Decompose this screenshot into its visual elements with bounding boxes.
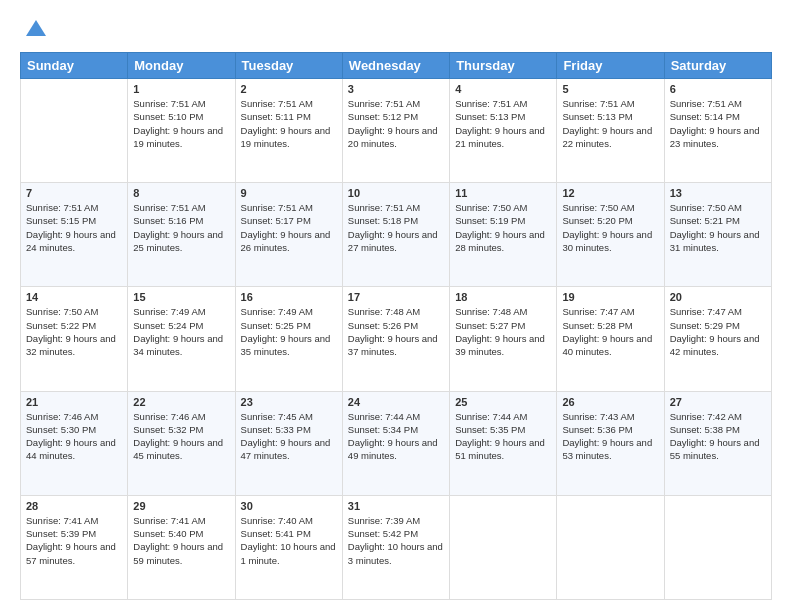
calendar-cell: 24Sunrise: 7:44 AMSunset: 5:34 PMDayligh… <box>342 391 449 495</box>
svg-marker-0 <box>26 20 46 36</box>
daylight-text: Daylight: 9 hours and 39 minutes. <box>455 333 545 357</box>
sunrise-text: Sunrise: 7:42 AM <box>670 411 742 422</box>
weekday-header-cell: Thursday <box>450 53 557 79</box>
day-number: 21 <box>26 396 122 408</box>
calendar-week-row: 14Sunrise: 7:50 AMSunset: 5:22 PMDayligh… <box>21 287 772 391</box>
daylight-text: Daylight: 9 hours and 31 minutes. <box>670 229 760 253</box>
cell-content: Sunrise: 7:43 AMSunset: 5:36 PMDaylight:… <box>562 410 658 463</box>
daylight-text: Daylight: 9 hours and 53 minutes. <box>562 437 652 461</box>
day-number: 23 <box>241 396 337 408</box>
daylight-text: Daylight: 9 hours and 21 minutes. <box>455 125 545 149</box>
day-number: 24 <box>348 396 444 408</box>
sunrise-text: Sunrise: 7:44 AM <box>455 411 527 422</box>
calendar-cell: 13Sunrise: 7:50 AMSunset: 5:21 PMDayligh… <box>664 183 771 287</box>
day-number: 25 <box>455 396 551 408</box>
cell-content: Sunrise: 7:47 AMSunset: 5:28 PMDaylight:… <box>562 305 658 358</box>
day-number: 11 <box>455 187 551 199</box>
calendar-cell: 26Sunrise: 7:43 AMSunset: 5:36 PMDayligh… <box>557 391 664 495</box>
daylight-text: Daylight: 9 hours and 37 minutes. <box>348 333 438 357</box>
calendar-body: 1Sunrise: 7:51 AMSunset: 5:10 PMDaylight… <box>21 79 772 600</box>
cell-content: Sunrise: 7:51 AMSunset: 5:13 PMDaylight:… <box>455 97 551 150</box>
weekday-header-cell: Monday <box>128 53 235 79</box>
day-number: 12 <box>562 187 658 199</box>
sunrise-text: Sunrise: 7:48 AM <box>348 306 420 317</box>
day-number: 5 <box>562 83 658 95</box>
daylight-text: Daylight: 10 hours and 1 minute. <box>241 541 336 565</box>
cell-content: Sunrise: 7:51 AMSunset: 5:11 PMDaylight:… <box>241 97 337 150</box>
day-number: 8 <box>133 187 229 199</box>
sunrise-text: Sunrise: 7:48 AM <box>455 306 527 317</box>
cell-content: Sunrise: 7:44 AMSunset: 5:35 PMDaylight:… <box>455 410 551 463</box>
daylight-text: Daylight: 9 hours and 28 minutes. <box>455 229 545 253</box>
sunrise-text: Sunrise: 7:51 AM <box>241 202 313 213</box>
cell-content: Sunrise: 7:49 AMSunset: 5:24 PMDaylight:… <box>133 305 229 358</box>
cell-content: Sunrise: 7:39 AMSunset: 5:42 PMDaylight:… <box>348 514 444 567</box>
sunrise-text: Sunrise: 7:47 AM <box>670 306 742 317</box>
calendar-cell <box>664 495 771 599</box>
calendar-cell: 23Sunrise: 7:45 AMSunset: 5:33 PMDayligh… <box>235 391 342 495</box>
sunset-text: Sunset: 5:33 PM <box>241 424 311 435</box>
daylight-text: Daylight: 9 hours and 23 minutes. <box>670 125 760 149</box>
day-number: 9 <box>241 187 337 199</box>
sunset-text: Sunset: 5:13 PM <box>455 111 525 122</box>
day-number: 19 <box>562 291 658 303</box>
weekday-header-cell: Tuesday <box>235 53 342 79</box>
calendar-table: SundayMondayTuesdayWednesdayThursdayFrid… <box>20 52 772 600</box>
sunrise-text: Sunrise: 7:44 AM <box>348 411 420 422</box>
daylight-text: Daylight: 9 hours and 49 minutes. <box>348 437 438 461</box>
sunset-text: Sunset: 5:28 PM <box>562 320 632 331</box>
sunrise-text: Sunrise: 7:47 AM <box>562 306 634 317</box>
calendar-cell: 11Sunrise: 7:50 AMSunset: 5:19 PMDayligh… <box>450 183 557 287</box>
calendar-cell: 18Sunrise: 7:48 AMSunset: 5:27 PMDayligh… <box>450 287 557 391</box>
day-number: 7 <box>26 187 122 199</box>
sunset-text: Sunset: 5:24 PM <box>133 320 203 331</box>
sunset-text: Sunset: 5:21 PM <box>670 215 740 226</box>
daylight-text: Daylight: 9 hours and 44 minutes. <box>26 437 116 461</box>
daylight-text: Daylight: 9 hours and 24 minutes. <box>26 229 116 253</box>
sunrise-text: Sunrise: 7:51 AM <box>455 98 527 109</box>
weekday-header: SundayMondayTuesdayWednesdayThursdayFrid… <box>21 53 772 79</box>
day-number: 31 <box>348 500 444 512</box>
day-number: 3 <box>348 83 444 95</box>
cell-content: Sunrise: 7:50 AMSunset: 5:20 PMDaylight:… <box>562 201 658 254</box>
sunset-text: Sunset: 5:34 PM <box>348 424 418 435</box>
cell-content: Sunrise: 7:51 AMSunset: 5:10 PMDaylight:… <box>133 97 229 150</box>
cell-content: Sunrise: 7:51 AMSunset: 5:17 PMDaylight:… <box>241 201 337 254</box>
sunrise-text: Sunrise: 7:51 AM <box>348 98 420 109</box>
sunset-text: Sunset: 5:42 PM <box>348 528 418 539</box>
daylight-text: Daylight: 9 hours and 27 minutes. <box>348 229 438 253</box>
calendar-cell: 27Sunrise: 7:42 AMSunset: 5:38 PMDayligh… <box>664 391 771 495</box>
sunrise-text: Sunrise: 7:51 AM <box>241 98 313 109</box>
day-number: 4 <box>455 83 551 95</box>
logo-icon <box>22 16 50 44</box>
daylight-text: Daylight: 9 hours and 19 minutes. <box>133 125 223 149</box>
calendar-cell: 28Sunrise: 7:41 AMSunset: 5:39 PMDayligh… <box>21 495 128 599</box>
day-number: 13 <box>670 187 766 199</box>
sunrise-text: Sunrise: 7:50 AM <box>670 202 742 213</box>
calendar-cell <box>557 495 664 599</box>
sunset-text: Sunset: 5:19 PM <box>455 215 525 226</box>
sunrise-text: Sunrise: 7:51 AM <box>133 98 205 109</box>
cell-content: Sunrise: 7:41 AMSunset: 5:40 PMDaylight:… <box>133 514 229 567</box>
day-number: 1 <box>133 83 229 95</box>
sunrise-text: Sunrise: 7:39 AM <box>348 515 420 526</box>
daylight-text: Daylight: 9 hours and 59 minutes. <box>133 541 223 565</box>
sunrise-text: Sunrise: 7:43 AM <box>562 411 634 422</box>
sunset-text: Sunset: 5:25 PM <box>241 320 311 331</box>
calendar-cell: 10Sunrise: 7:51 AMSunset: 5:18 PMDayligh… <box>342 183 449 287</box>
calendar-cell: 5Sunrise: 7:51 AMSunset: 5:13 PMDaylight… <box>557 79 664 183</box>
calendar-cell <box>450 495 557 599</box>
cell-content: Sunrise: 7:50 AMSunset: 5:19 PMDaylight:… <box>455 201 551 254</box>
weekday-header-cell: Friday <box>557 53 664 79</box>
day-number: 27 <box>670 396 766 408</box>
cell-content: Sunrise: 7:41 AMSunset: 5:39 PMDaylight:… <box>26 514 122 567</box>
calendar-cell: 1Sunrise: 7:51 AMSunset: 5:10 PMDaylight… <box>128 79 235 183</box>
day-number: 30 <box>241 500 337 512</box>
sunrise-text: Sunrise: 7:51 AM <box>670 98 742 109</box>
cell-content: Sunrise: 7:51 AMSunset: 5:14 PMDaylight:… <box>670 97 766 150</box>
sunrise-text: Sunrise: 7:40 AM <box>241 515 313 526</box>
daylight-text: Daylight: 9 hours and 35 minutes. <box>241 333 331 357</box>
calendar-cell: 12Sunrise: 7:50 AMSunset: 5:20 PMDayligh… <box>557 183 664 287</box>
cell-content: Sunrise: 7:51 AMSunset: 5:15 PMDaylight:… <box>26 201 122 254</box>
calendar-cell: 31Sunrise: 7:39 AMSunset: 5:42 PMDayligh… <box>342 495 449 599</box>
